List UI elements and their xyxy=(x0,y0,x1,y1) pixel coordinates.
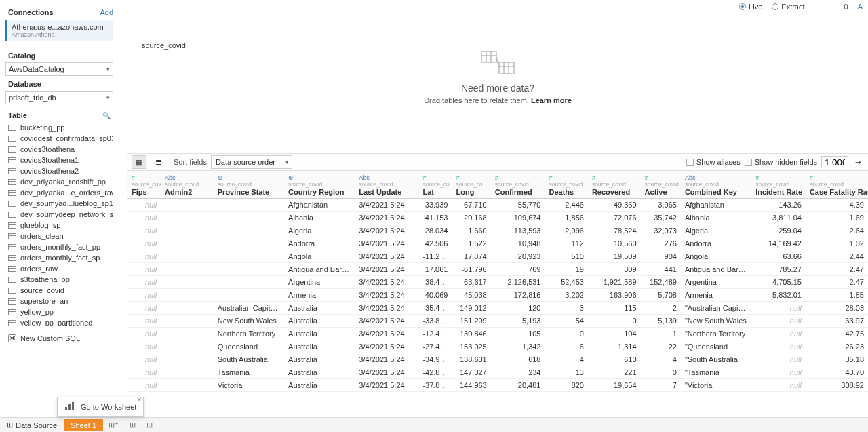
table-row[interactable]: nullNorthern TerritoryAustralia3/4/2021 … xyxy=(127,328,868,340)
show-hidden-checkbox[interactable]: Show hidden fields xyxy=(745,158,817,166)
table-list-item[interactable]: superstore_an xyxy=(5,296,113,307)
column-header[interactable]: #source_covidFips xyxy=(127,171,161,199)
table-row[interactable]: nullAntigua and Barbuda3/4/2021 5:2417.0… xyxy=(127,263,868,276)
table-pill[interactable]: source_covid xyxy=(136,37,229,54)
new-custom-sql[interactable]: ⌘ New Custom SQL xyxy=(5,330,113,347)
rows-input[interactable] xyxy=(821,156,848,168)
table-row[interactable]: nullArmenia3/4/2021 5:2440.06945.038172,… xyxy=(127,289,868,302)
bottom-tabs: ⊞ Data Source Sheet 1 ⊞⁺ ⊞ ⊡ xyxy=(0,417,868,432)
close-icon[interactable]: ✕ xyxy=(136,396,142,404)
new-story-button[interactable]: ⊡ xyxy=(141,420,158,429)
sheet1-tab[interactable]: Sheet 1 xyxy=(64,419,103,431)
catalog-select[interactable]: AwsDataCatalog xyxy=(5,62,113,76)
table-list-item[interactable]: glueblog_sp xyxy=(5,220,113,231)
svg-rect-10 xyxy=(68,404,71,410)
table-row[interactable]: nullVictoriaAustralia3/4/2021 5:24-37.81… xyxy=(127,379,868,392)
table-icon xyxy=(8,179,16,185)
top-bar: Live Extract 0 A xyxy=(739,0,868,14)
table-row[interactable]: nullAngola3/4/2021 5:24-11.20317.87420,9… xyxy=(127,250,868,263)
column-header[interactable]: Abcsource_covidLast Update xyxy=(355,171,418,199)
table-heading: Table xyxy=(8,111,27,119)
learn-more-link[interactable]: Learn more xyxy=(531,96,572,104)
table-list-item[interactable]: dev_soumyad...lueblog_sp1 xyxy=(5,198,113,209)
rows-go-button[interactable]: ➔ xyxy=(852,158,864,167)
canvas-area[interactable]: source_covid Need more data? Drag tables… xyxy=(127,14,868,149)
list-view-button[interactable]: ≣ xyxy=(151,155,165,169)
column-header[interactable]: ⊕source_covidProvince State xyxy=(214,171,284,199)
table-icon xyxy=(8,201,16,207)
table-list-item[interactable]: orders_monthly_fact_sp xyxy=(5,252,113,263)
table-row[interactable]: nullQueenslandAustralia3/4/2021 5:24-27.… xyxy=(127,340,868,353)
table-list-item[interactable]: s3toathena_pp xyxy=(5,274,113,285)
connection-name: Athena.us-e...azonaws.com xyxy=(12,23,109,31)
go-to-worksheet-callout[interactable]: Go to Worksheet ✕ xyxy=(57,397,144,417)
table-row[interactable]: nullArgentina3/4/2021 5:24-38.416-63.617… xyxy=(127,276,868,289)
table-list-item[interactable]: orders_raw xyxy=(5,263,113,274)
table-row[interactable]: nullNew South WalesAustralia3/4/2021 5:2… xyxy=(127,315,868,328)
column-header[interactable]: #source_covidDeaths xyxy=(545,171,587,199)
table-list-item[interactable]: source_covid xyxy=(5,285,113,296)
catalog-label: Catalog xyxy=(5,47,113,62)
table-list-item[interactable]: orders_clean xyxy=(5,231,113,241)
column-header[interactable]: #source_co...Long xyxy=(452,171,490,199)
table-list-item[interactable]: yellow_pp xyxy=(5,307,113,317)
column-header[interactable]: #source_co...Lat xyxy=(418,171,452,199)
column-header[interactable]: #source_covidCase Fatality Ratio xyxy=(806,171,868,199)
live-radio[interactable]: Live xyxy=(739,3,762,11)
table-icon xyxy=(8,233,16,239)
need-more-sub: Drag tables here to relate them. xyxy=(424,96,531,104)
column-header[interactable]: #source_covidRecovered xyxy=(588,171,641,199)
table-list-item[interactable]: covids3toathena2 xyxy=(5,165,113,176)
table-list-item[interactable]: dev_priyanka...e_orders_raw xyxy=(5,187,113,198)
table-list-item[interactable]: dev_priyanka_redshift_pp xyxy=(5,176,113,187)
column-header[interactable]: #source_covidIncident Rate xyxy=(751,171,806,199)
table-list-item[interactable]: covids3toathena xyxy=(5,144,113,155)
svg-rect-9 xyxy=(65,407,67,410)
table-row[interactable]: nullSouth AustraliaAustralia3/4/2021 5:2… xyxy=(127,353,868,366)
table-icon xyxy=(8,212,16,218)
column-header[interactable]: #source_covidActive xyxy=(641,171,681,199)
column-header[interactable]: #source_covidConfirmed xyxy=(491,171,545,199)
datasource-icon: ⊞ xyxy=(7,420,13,429)
need-more-title: Need more data? xyxy=(127,83,868,94)
extract-radio[interactable]: Extract xyxy=(772,3,804,11)
relate-tables-icon xyxy=(479,49,517,76)
new-dashboard-button[interactable]: ⊞ xyxy=(124,420,141,429)
svg-rect-11 xyxy=(72,402,74,410)
table-row[interactable]: nullAlgeria3/4/2021 5:2428.0341.660113,5… xyxy=(127,224,868,237)
table-list-item[interactable]: covids3toathena1 xyxy=(5,155,113,165)
column-header[interactable]: Abcsource_covidAdmin2 xyxy=(161,171,214,199)
add-filter-link[interactable]: A xyxy=(858,3,863,11)
table-list-item[interactable]: dev_soumydeep_network_s xyxy=(5,209,113,220)
table-icon xyxy=(8,222,16,229)
data-grid[interactable]: #source_covidFipsAbcsource_covidAdmin2⊕s… xyxy=(127,171,868,417)
table-list-item[interactable]: orders_monthly_fact_pp xyxy=(5,241,113,252)
table-row[interactable]: nullAndorra3/4/2021 5:2442.5061.52210,94… xyxy=(127,237,868,250)
show-aliases-checkbox[interactable]: Show aliases xyxy=(686,158,741,166)
new-worksheet-button[interactable]: ⊞⁺ xyxy=(103,420,124,429)
table-row[interactable]: nullAustralian Capital Ter...Australia3/… xyxy=(127,302,868,315)
table-row[interactable]: nullAlbania3/4/2021 5:2441.15320.168109,… xyxy=(127,212,868,224)
svg-rect-4 xyxy=(499,62,514,73)
table-list-item[interactable]: yellow_pp_partitioned xyxy=(5,317,113,326)
table-icon xyxy=(8,255,16,261)
table-icon xyxy=(8,266,16,272)
table-row[interactable]: nullAfghanistan3/4/2021 5:2433.93967.710… xyxy=(127,199,868,212)
table-list-item[interactable]: coviddest_confirmdata_sp01 xyxy=(5,133,113,144)
column-header[interactable]: ⊕source_covidCountry Region xyxy=(284,171,355,199)
database-select[interactable]: prisoft_trio_db xyxy=(5,91,113,104)
search-icon[interactable]: 🔍 xyxy=(102,112,111,119)
connection-item[interactable]: Athena.us-e...azonaws.com Amazon Athena xyxy=(5,20,113,41)
grid-toolbar: ▦ ≣ Sort fields Data source order Show a… xyxy=(127,153,868,171)
column-header[interactable]: Abcsource_covidCombined Key xyxy=(681,171,751,199)
sort-fields-select[interactable]: Data source order xyxy=(211,155,292,169)
add-connection-link[interactable]: Add xyxy=(100,8,113,16)
data-source-tab[interactable]: ⊞ Data Source xyxy=(0,420,64,429)
table-row[interactable]: nullTasmaniaAustralia3/4/2021 5:24-42.88… xyxy=(127,366,868,379)
table-list-item[interactable]: bucketing_pp xyxy=(5,122,113,133)
table-icon xyxy=(8,309,16,315)
connection-type: Amazon Athena xyxy=(12,31,109,38)
grid-view-button[interactable]: ▦ xyxy=(132,155,146,169)
table-icon xyxy=(8,288,16,294)
table-icon xyxy=(8,277,16,283)
